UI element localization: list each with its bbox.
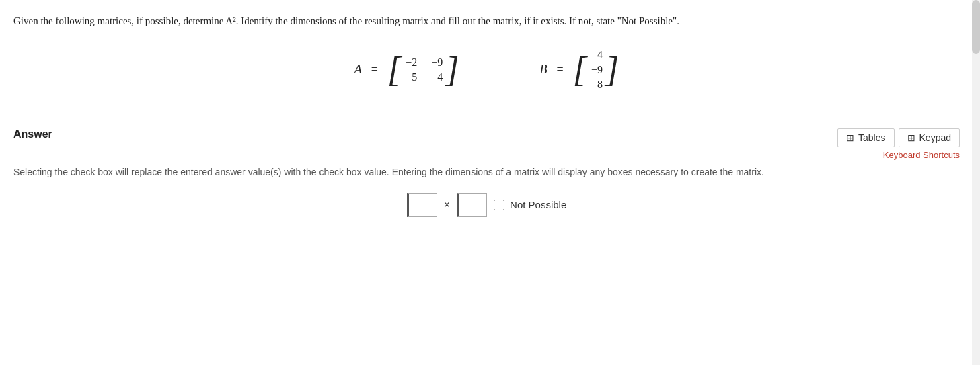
matrix-b-label: B [540, 63, 548, 77]
answer-tools: ⊞ Tables ⊞ Keypad Keyboard Shortcuts [837, 128, 960, 160]
matrix-b-bracket-right: ] [605, 52, 619, 87]
matrix-a-r1c0: −5 [404, 71, 417, 83]
dimension-cols-input[interactable] [457, 193, 487, 217]
matrix-b-cells: 4 −9 8 [589, 49, 603, 91]
matrix-a-label: A [354, 63, 362, 77]
matrix-b-expression: B = [ 4 −9 8 ] [540, 49, 619, 91]
not-possible-checkbox[interactable] [494, 200, 504, 210]
instruction-text: Selecting the check box will replace the… [13, 165, 960, 179]
keyboard-shortcuts-link[interactable]: Keyboard Shortcuts [883, 150, 960, 160]
matrix-a-equals: = [371, 63, 378, 77]
times-symbol: × [444, 199, 450, 211]
keypad-label: Keypad [919, 132, 951, 143]
matrix-b-r0c0: 4 [589, 49, 603, 61]
matrix-b-bracket-left: [ [573, 52, 587, 87]
not-possible-label[interactable]: Not Possible [494, 199, 566, 210]
scrollbar-track[interactable] [972, 0, 980, 365]
matrix-b-bracket-group: [ 4 −9 8 ] [573, 49, 619, 91]
matrix-b-r1c0: −9 [589, 64, 603, 76]
answer-input-row: × Not Possible [13, 193, 960, 217]
matrix-a-r0c0: −2 [404, 56, 417, 69]
section-divider [13, 118, 960, 118]
matrix-a-r0c1: −9 [429, 56, 443, 69]
matrix-a-bracket-right: ] [445, 52, 459, 87]
keypad-icon: ⊞ [907, 132, 915, 143]
keypad-button[interactable]: ⊞ Keypad [899, 128, 960, 147]
not-possible-text: Not Possible [510, 199, 566, 210]
matrix-a-expression: A = [ −2 −9 −5 4 ] [354, 52, 459, 87]
scrollbar-thumb[interactable] [972, 0, 980, 54]
answer-tools-row: ⊞ Tables ⊞ Keypad [837, 128, 960, 147]
matrices-display: A = [ −2 −9 −5 4 ] B = [ 4 −9 [13, 49, 960, 91]
matrix-a-bracket-left: [ [387, 52, 401, 87]
matrix-a-cells: −2 −9 −5 4 [404, 56, 443, 83]
answer-section-header: Answer ⊞ Tables ⊞ Keypad Keyboard Shortc… [13, 128, 960, 160]
tables-label: Tables [858, 132, 885, 143]
matrix-a-r1c1: 4 [429, 71, 443, 83]
page-container: Given the following matrices, if possibl… [0, 0, 980, 231]
tables-icon: ⊞ [846, 132, 854, 143]
matrix-b-r2c0: 8 [589, 79, 603, 91]
tables-button[interactable]: ⊞ Tables [837, 128, 894, 147]
answer-label: Answer [13, 128, 52, 140]
problem-description: Given the following matrices, if possibl… [13, 13, 960, 29]
dimension-rows-input[interactable] [407, 193, 437, 217]
matrix-a-bracket-group: [ −2 −9 −5 4 ] [387, 52, 459, 87]
matrix-b-equals: = [557, 63, 564, 77]
